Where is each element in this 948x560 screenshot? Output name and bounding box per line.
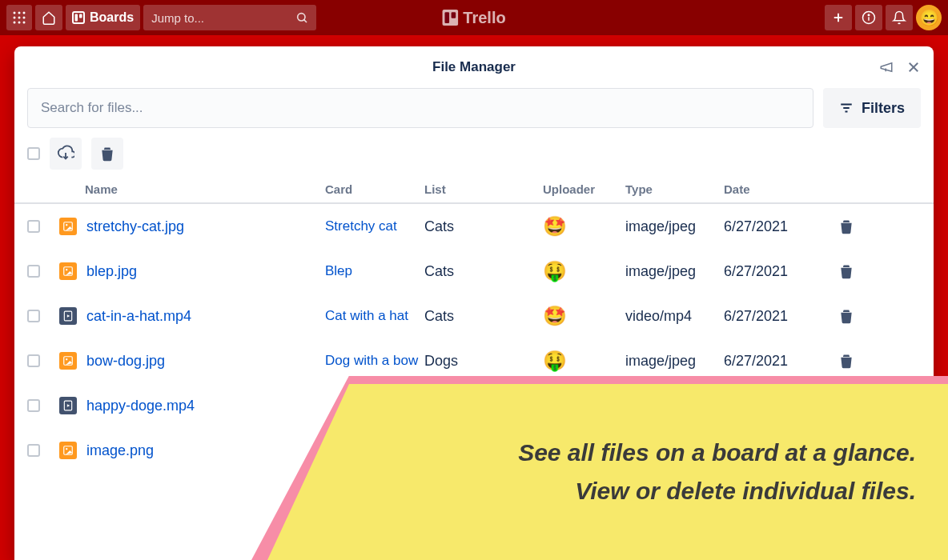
svg-point-6 [14, 22, 16, 24]
date-cell: 6/27/2021 [724, 308, 838, 325]
table-row: cat-in-a-hat.mp4 Cat with a hat Cats 🤩 v… [14, 294, 934, 338]
svg-point-30 [66, 269, 67, 270]
svg-rect-11 [79, 14, 82, 18]
home-button[interactable] [35, 5, 62, 30]
callout-banner: See all files on a board at a glance. Vi… [267, 384, 948, 560]
jump-to-placeholder: Jump to... [151, 11, 204, 25]
row-checkbox[interactable] [27, 220, 40, 233]
svg-marker-36 [67, 404, 70, 407]
list-cell: Dogs [424, 353, 543, 370]
col-name: Name [59, 182, 325, 196]
file-name-link[interactable]: bow-dog.jpg [86, 353, 165, 370]
svg-point-3 [14, 17, 16, 19]
card-link[interactable]: Stretchy cat [325, 218, 397, 234]
uploader-avatar: 🤩 [543, 215, 625, 238]
close-button[interactable] [906, 60, 921, 74]
type-cell: image/jpeg [625, 353, 724, 370]
boards-button[interactable]: Boards [66, 5, 140, 30]
svg-point-34 [66, 358, 67, 360]
svg-rect-10 [75, 14, 78, 22]
svg-marker-32 [67, 314, 70, 318]
col-uploader: Uploader [543, 182, 625, 196]
col-list: List [424, 182, 543, 196]
svg-point-38 [66, 448, 67, 450]
list-cell: Cats [424, 263, 543, 280]
download-button[interactable] [50, 138, 82, 170]
add-button[interactable] [825, 5, 852, 30]
video-file-icon [59, 397, 77, 414]
type-cell: image/jpeg [625, 263, 724, 280]
svg-point-7 [18, 22, 21, 24]
apps-menu-button[interactable] [6, 5, 32, 30]
callout-line-1: See all files on a board at a glance. [267, 434, 916, 472]
file-name-link[interactable]: happy-doge.mp4 [86, 398, 195, 414]
type-cell: image/jpeg [625, 218, 724, 235]
uploader-avatar: 🤩 [543, 305, 625, 327]
card-link[interactable]: Blep [325, 263, 352, 278]
row-checkbox[interactable] [27, 399, 40, 412]
svg-point-5 [23, 17, 26, 19]
video-file-icon [59, 307, 77, 325]
svg-rect-9 [73, 12, 84, 23]
delete-row-button[interactable] [838, 263, 902, 279]
image-file-icon [59, 262, 77, 280]
row-checkbox[interactable] [27, 354, 40, 367]
svg-point-28 [66, 224, 67, 226]
date-cell: 6/27/2021 [724, 353, 838, 370]
date-cell: 6/27/2021 [724, 218, 838, 235]
image-file-icon [59, 352, 77, 370]
trello-logo: Trello [442, 9, 505, 27]
svg-rect-16 [452, 12, 456, 18]
list-cell: Cats [424, 308, 543, 325]
delete-selected-button[interactable] [91, 138, 123, 170]
file-name-link[interactable]: cat-in-a-hat.mp4 [86, 308, 191, 325]
file-name-link[interactable]: blep.jpg [86, 263, 137, 280]
uploader-avatar: 🤑 [543, 260, 625, 282]
col-date: Date [724, 182, 838, 196]
svg-point-8 [23, 22, 26, 24]
modal-title: File Manager [432, 59, 516, 75]
announcement-icon[interactable] [879, 60, 894, 74]
callout-line-2: View or delete individual files. [267, 472, 916, 510]
filter-icon [839, 101, 854, 115]
info-button[interactable] [855, 5, 882, 30]
delete-row-button[interactable] [838, 308, 902, 324]
card-link[interactable]: Cat with a hat [325, 308, 408, 323]
type-cell: video/mp4 [625, 308, 724, 325]
row-checkbox[interactable] [27, 265, 40, 278]
filters-button[interactable]: Filters [823, 88, 921, 128]
svg-point-1 [18, 12, 21, 14]
filters-label: Filters [862, 100, 905, 117]
jump-to-search[interactable]: Jump to... [143, 5, 316, 30]
trello-header: Boards Jump to... Trello 😄 [0, 0, 948, 35]
image-file-icon [59, 442, 77, 459]
file-name-link[interactable]: stretchy-cat.jpg [86, 218, 184, 235]
delete-row-button[interactable] [838, 218, 902, 234]
svg-point-21 [868, 14, 870, 16]
table-row: blep.jpg Blep Cats 🤑 image/jpeg 6/27/202… [14, 249, 934, 294]
file-name-link[interactable]: image.png [86, 442, 154, 459]
search-icon [295, 11, 308, 24]
card-link[interactable]: Dog with a bow [325, 353, 418, 368]
date-cell: 6/27/2021 [724, 263, 838, 280]
search-input[interactable] [27, 88, 813, 128]
svg-point-4 [18, 17, 21, 19]
delete-row-button[interactable] [838, 353, 902, 369]
table-header: Name Card List Uploader Type Date [14, 176, 934, 204]
svg-point-0 [14, 12, 16, 14]
row-checkbox[interactable] [27, 310, 40, 322]
boards-label: Boards [90, 10, 134, 25]
select-all-checkbox[interactable] [27, 147, 40, 160]
svg-point-12 [298, 14, 305, 21]
user-avatar[interactable]: 😄 [916, 5, 942, 30]
svg-rect-15 [444, 12, 449, 23]
image-file-icon [59, 218, 77, 235]
svg-rect-14 [442, 10, 458, 26]
row-checkbox[interactable] [27, 444, 40, 457]
table-row: stretchy-cat.jpg Stretchy cat Cats 🤩 ima… [14, 204, 934, 249]
col-type: Type [625, 182, 724, 196]
list-cell: Cats [424, 218, 543, 235]
col-card: Card [325, 182, 424, 196]
notifications-button[interactable] [886, 5, 913, 30]
svg-point-2 [23, 12, 26, 14]
